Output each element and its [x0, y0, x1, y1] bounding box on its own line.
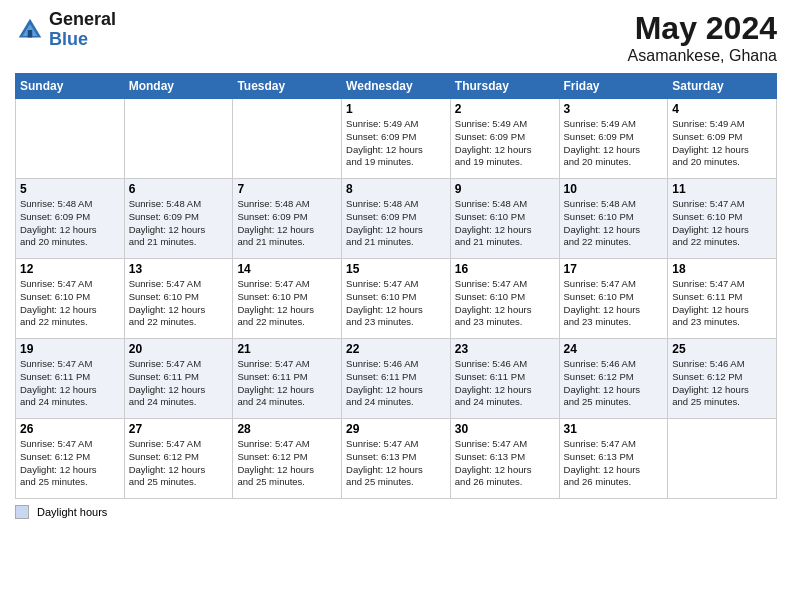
column-header-thursday: Thursday	[450, 74, 559, 99]
day-info: Sunrise: 5:46 AM Sunset: 6:11 PM Dayligh…	[455, 358, 555, 409]
column-header-monday: Monday	[124, 74, 233, 99]
day-number: 30	[455, 422, 555, 436]
day-info: Sunrise: 5:47 AM Sunset: 6:12 PM Dayligh…	[237, 438, 337, 489]
calendar-cell: 11Sunrise: 5:47 AM Sunset: 6:10 PM Dayli…	[668, 179, 777, 259]
logo-blue-text: Blue	[49, 30, 116, 50]
day-number: 15	[346, 262, 446, 276]
day-info: Sunrise: 5:47 AM Sunset: 6:13 PM Dayligh…	[346, 438, 446, 489]
day-info: Sunrise: 5:49 AM Sunset: 6:09 PM Dayligh…	[346, 118, 446, 169]
svg-rect-2	[28, 30, 33, 38]
day-number: 2	[455, 102, 555, 116]
logo-text: General Blue	[49, 10, 116, 50]
day-number: 22	[346, 342, 446, 356]
day-info: Sunrise: 5:47 AM Sunset: 6:10 PM Dayligh…	[564, 278, 664, 329]
day-number: 23	[455, 342, 555, 356]
day-info: Sunrise: 5:48 AM Sunset: 6:09 PM Dayligh…	[20, 198, 120, 249]
day-info: Sunrise: 5:47 AM Sunset: 6:10 PM Dayligh…	[129, 278, 229, 329]
calendar-cell: 14Sunrise: 5:47 AM Sunset: 6:10 PM Dayli…	[233, 259, 342, 339]
calendar-cell	[16, 99, 125, 179]
calendar-cell: 2Sunrise: 5:49 AM Sunset: 6:09 PM Daylig…	[450, 99, 559, 179]
day-info: Sunrise: 5:47 AM Sunset: 6:11 PM Dayligh…	[237, 358, 337, 409]
calendar-cell	[668, 419, 777, 499]
calendar-cell: 13Sunrise: 5:47 AM Sunset: 6:10 PM Dayli…	[124, 259, 233, 339]
calendar-cell: 3Sunrise: 5:49 AM Sunset: 6:09 PM Daylig…	[559, 99, 668, 179]
day-number: 12	[20, 262, 120, 276]
calendar-cell: 29Sunrise: 5:47 AM Sunset: 6:13 PM Dayli…	[342, 419, 451, 499]
day-number: 21	[237, 342, 337, 356]
calendar-cell	[233, 99, 342, 179]
day-number: 26	[20, 422, 120, 436]
day-info: Sunrise: 5:47 AM Sunset: 6:13 PM Dayligh…	[455, 438, 555, 489]
day-info: Sunrise: 5:47 AM Sunset: 6:12 PM Dayligh…	[20, 438, 120, 489]
logo-general-text: General	[49, 10, 116, 30]
calendar-table: SundayMondayTuesdayWednesdayThursdayFrid…	[15, 73, 777, 499]
column-header-saturday: Saturday	[668, 74, 777, 99]
day-number: 24	[564, 342, 664, 356]
day-info: Sunrise: 5:46 AM Sunset: 6:11 PM Dayligh…	[346, 358, 446, 409]
day-number: 16	[455, 262, 555, 276]
day-number: 14	[237, 262, 337, 276]
day-number: 10	[564, 182, 664, 196]
day-info: Sunrise: 5:47 AM Sunset: 6:10 PM Dayligh…	[20, 278, 120, 329]
calendar-cell: 10Sunrise: 5:48 AM Sunset: 6:10 PM Dayli…	[559, 179, 668, 259]
logo: General Blue	[15, 10, 116, 50]
day-number: 3	[564, 102, 664, 116]
day-number: 13	[129, 262, 229, 276]
calendar-cell: 20Sunrise: 5:47 AM Sunset: 6:11 PM Dayli…	[124, 339, 233, 419]
day-info: Sunrise: 5:46 AM Sunset: 6:12 PM Dayligh…	[564, 358, 664, 409]
day-info: Sunrise: 5:46 AM Sunset: 6:12 PM Dayligh…	[672, 358, 772, 409]
daylight-label: Daylight hours	[37, 506, 107, 518]
calendar-cell: 30Sunrise: 5:47 AM Sunset: 6:13 PM Dayli…	[450, 419, 559, 499]
calendar-cell: 12Sunrise: 5:47 AM Sunset: 6:10 PM Dayli…	[16, 259, 125, 339]
calendar-cell: 21Sunrise: 5:47 AM Sunset: 6:11 PM Dayli…	[233, 339, 342, 419]
day-info: Sunrise: 5:49 AM Sunset: 6:09 PM Dayligh…	[564, 118, 664, 169]
calendar-cell	[124, 99, 233, 179]
day-number: 20	[129, 342, 229, 356]
calendar-cell: 9Sunrise: 5:48 AM Sunset: 6:10 PM Daylig…	[450, 179, 559, 259]
day-info: Sunrise: 5:48 AM Sunset: 6:09 PM Dayligh…	[346, 198, 446, 249]
column-header-friday: Friday	[559, 74, 668, 99]
day-number: 8	[346, 182, 446, 196]
month-year: May 2024	[628, 10, 777, 47]
day-info: Sunrise: 5:48 AM Sunset: 6:09 PM Dayligh…	[237, 198, 337, 249]
day-number: 28	[237, 422, 337, 436]
column-header-wednesday: Wednesday	[342, 74, 451, 99]
calendar-cell: 18Sunrise: 5:47 AM Sunset: 6:11 PM Dayli…	[668, 259, 777, 339]
day-info: Sunrise: 5:48 AM Sunset: 6:09 PM Dayligh…	[129, 198, 229, 249]
day-number: 27	[129, 422, 229, 436]
day-info: Sunrise: 5:47 AM Sunset: 6:10 PM Dayligh…	[346, 278, 446, 329]
column-header-sunday: Sunday	[16, 74, 125, 99]
day-info: Sunrise: 5:47 AM Sunset: 6:12 PM Dayligh…	[129, 438, 229, 489]
day-number: 11	[672, 182, 772, 196]
day-number: 19	[20, 342, 120, 356]
calendar-cell: 6Sunrise: 5:48 AM Sunset: 6:09 PM Daylig…	[124, 179, 233, 259]
day-number: 9	[455, 182, 555, 196]
calendar-cell: 7Sunrise: 5:48 AM Sunset: 6:09 PM Daylig…	[233, 179, 342, 259]
calendar-cell: 19Sunrise: 5:47 AM Sunset: 6:11 PM Dayli…	[16, 339, 125, 419]
column-header-tuesday: Tuesday	[233, 74, 342, 99]
calendar-cell: 22Sunrise: 5:46 AM Sunset: 6:11 PM Dayli…	[342, 339, 451, 419]
day-number: 25	[672, 342, 772, 356]
day-number: 1	[346, 102, 446, 116]
day-info: Sunrise: 5:47 AM Sunset: 6:10 PM Dayligh…	[237, 278, 337, 329]
calendar-cell: 24Sunrise: 5:46 AM Sunset: 6:12 PM Dayli…	[559, 339, 668, 419]
footer: Daylight hours	[15, 505, 777, 519]
day-info: Sunrise: 5:47 AM Sunset: 6:11 PM Dayligh…	[129, 358, 229, 409]
calendar-cell: 15Sunrise: 5:47 AM Sunset: 6:10 PM Dayli…	[342, 259, 451, 339]
calendar-cell: 27Sunrise: 5:47 AM Sunset: 6:12 PM Dayli…	[124, 419, 233, 499]
day-number: 5	[20, 182, 120, 196]
day-info: Sunrise: 5:48 AM Sunset: 6:10 PM Dayligh…	[455, 198, 555, 249]
day-number: 31	[564, 422, 664, 436]
calendar-cell: 4Sunrise: 5:49 AM Sunset: 6:09 PM Daylig…	[668, 99, 777, 179]
day-number: 18	[672, 262, 772, 276]
calendar-cell: 25Sunrise: 5:46 AM Sunset: 6:12 PM Dayli…	[668, 339, 777, 419]
calendar-cell: 17Sunrise: 5:47 AM Sunset: 6:10 PM Dayli…	[559, 259, 668, 339]
header: General Blue May 2024 Asamankese, Ghana	[15, 10, 777, 65]
title-block: May 2024 Asamankese, Ghana	[628, 10, 777, 65]
calendar-cell: 26Sunrise: 5:47 AM Sunset: 6:12 PM Dayli…	[16, 419, 125, 499]
day-info: Sunrise: 5:47 AM Sunset: 6:11 PM Dayligh…	[672, 278, 772, 329]
day-info: Sunrise: 5:47 AM Sunset: 6:11 PM Dayligh…	[20, 358, 120, 409]
day-number: 7	[237, 182, 337, 196]
day-number: 4	[672, 102, 772, 116]
daylight-legend-box	[15, 505, 29, 519]
